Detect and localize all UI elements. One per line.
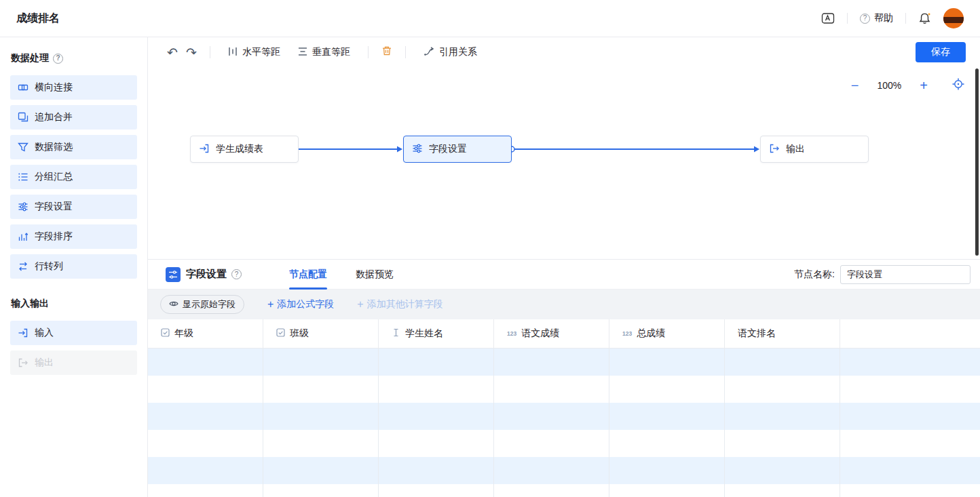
table-cell: [840, 403, 980, 430]
table-cell: [840, 484, 980, 497]
sidebar-section-input-output: 输入输出: [0, 298, 147, 310]
input-icon: [18, 327, 29, 338]
help-icon: ?: [860, 14, 870, 24]
reference-relation-label: 引用关系: [439, 46, 477, 58]
flow-node-field-settings[interactable]: 字段设置: [403, 136, 512, 163]
horizontal-spacing-icon: [228, 47, 238, 58]
help-button[interactable]: ? 帮助: [860, 12, 893, 24]
locate-target-icon[interactable]: [951, 77, 965, 94]
sidebar-item-label: 输入: [35, 327, 54, 339]
language-icon[interactable]: [821, 12, 835, 24]
vertical-spacing-button[interactable]: 垂直等距: [298, 46, 350, 58]
table-cell: [840, 376, 980, 403]
sidebar-item-field-settings[interactable]: 字段设置: [10, 195, 137, 219]
column-label: 班级: [290, 327, 309, 340]
table-cell: [494, 403, 609, 430]
table-cell: [379, 430, 494, 457]
column-header-chinese-score[interactable]: 123 语文成绩: [494, 319, 609, 348]
flow-connections: [148, 67, 979, 259]
field-settings-icon: [18, 201, 29, 212]
number-field-icon: 123: [507, 330, 516, 337]
sidebar-item-label: 字段设置: [35, 201, 73, 213]
table-cell: [263, 376, 379, 403]
topbar-divider: [905, 13, 906, 24]
sidebar-item-label: 行转列: [35, 260, 63, 273]
sidebar-item-group-summary[interactable]: 分组汇总: [10, 165, 137, 189]
column-header-student-name[interactable]: 学生姓名: [379, 319, 494, 348]
table-cell: [609, 403, 725, 430]
table-cell: [148, 457, 263, 484]
panel-tabs: 节点配置 数据预览: [289, 260, 394, 289]
sidebar-item-label: 追加合并: [35, 111, 73, 123]
sidebar-item-label: 横向连接: [35, 81, 73, 94]
append-merge-icon: [18, 112, 29, 123]
sidebar-item-data-filter[interactable]: 数据筛选: [10, 135, 137, 159]
redo-icon: ↷: [186, 45, 197, 60]
column-header-filler: [840, 319, 980, 348]
flow-canvas[interactable]: 学生成绩表 字段设置: [148, 67, 980, 259]
sidebar-item-input[interactable]: 输入: [10, 321, 137, 345]
vertical-spacing-label: 垂直等距: [312, 46, 350, 58]
reference-relation-button[interactable]: 引用关系: [423, 46, 477, 58]
section-title-label: 数据处理: [11, 52, 49, 64]
table-cell: [263, 484, 379, 497]
zoom-in-button[interactable]: +: [920, 79, 928, 92]
panel-actions-bar: 显示原始字段 + 添加公式字段 + 添加其他计算字段: [148, 290, 980, 319]
show-original-label: 显示原始字段: [183, 298, 235, 311]
save-button[interactable]: 保存: [916, 42, 966, 62]
column-label: 年级: [174, 327, 193, 340]
table-row: [148, 349, 980, 376]
canvas-vertical-scrollbar[interactable]: [975, 68, 979, 256]
column-header-class[interactable]: 班级: [263, 319, 379, 348]
sidebar-item-append-merge[interactable]: 追加合并: [10, 105, 137, 130]
table-cell: [494, 430, 609, 457]
panel-help-icon[interactable]: ?: [231, 269, 242, 279]
node-config-panel: 字段设置 ? 节点配置 数据预览 节点名称:: [148, 259, 980, 497]
field-settings-badge-icon: [166, 267, 181, 282]
table-cell: [148, 349, 263, 376]
undo-icon: ↶: [167, 45, 178, 60]
table-cell: [263, 457, 379, 484]
preview-table-header: 年级 班级 学生姓名: [148, 319, 980, 349]
section-help-icon[interactable]: ?: [53, 54, 63, 64]
redo-button[interactable]: ↷: [182, 43, 201, 62]
show-original-fields-button[interactable]: 显示原始字段: [160, 295, 244, 314]
panel-title: 字段设置: [186, 268, 227, 281]
sidebar-item-field-sort[interactable]: 字段排序: [10, 224, 137, 249]
tab-data-preview[interactable]: 数据预览: [356, 260, 394, 289]
sidebar-item-transpose[interactable]: 行转列: [10, 254, 137, 279]
horizontal-spacing-button[interactable]: 水平等距: [228, 46, 280, 58]
table-cell: [494, 484, 609, 497]
table-cell: [725, 484, 840, 497]
user-avatar[interactable]: [943, 8, 964, 28]
table-cell: [725, 457, 840, 484]
number-field-icon: 123: [622, 330, 632, 337]
column-header-total-score[interactable]: 123 总成绩: [609, 319, 725, 348]
table-cell: [609, 457, 725, 484]
column-header-grade[interactable]: 年级: [148, 319, 263, 348]
flow-node-student-grades[interactable]: 学生成绩表: [190, 136, 299, 163]
node-name-input[interactable]: [840, 265, 970, 284]
node-name-group: 节点名称:: [794, 265, 970, 284]
output-icon: [18, 357, 29, 368]
table-cell: [263, 430, 379, 457]
notification-bell-icon[interactable]: [918, 12, 931, 25]
sidebar-item-horizontal-join[interactable]: 横向连接: [10, 75, 137, 100]
add-other-calc-field-button: + 添加其他计算字段: [357, 298, 442, 311]
column-header-chinese-rank[interactable]: 语文排名: [725, 319, 840, 348]
horizontal-join-icon: [18, 82, 29, 93]
delete-button[interactable]: [377, 43, 396, 62]
table-cell: [725, 430, 840, 457]
zoom-out-button[interactable]: −: [851, 79, 859, 92]
table-row: [148, 376, 980, 403]
sidebar-item-output: 输出: [10, 351, 137, 375]
flow-node-output[interactable]: 输出: [760, 136, 869, 163]
table-cell: [379, 403, 494, 430]
table-cell: [725, 403, 840, 430]
tab-node-config[interactable]: 节点配置: [289, 260, 327, 289]
topbar-divider: [847, 13, 848, 24]
add-formula-field-button[interactable]: + 添加公式字段: [267, 298, 334, 311]
sidebar-item-label: 输出: [35, 357, 54, 369]
page-title: 成绩排名: [16, 12, 60, 26]
undo-button[interactable]: ↶: [163, 43, 182, 62]
